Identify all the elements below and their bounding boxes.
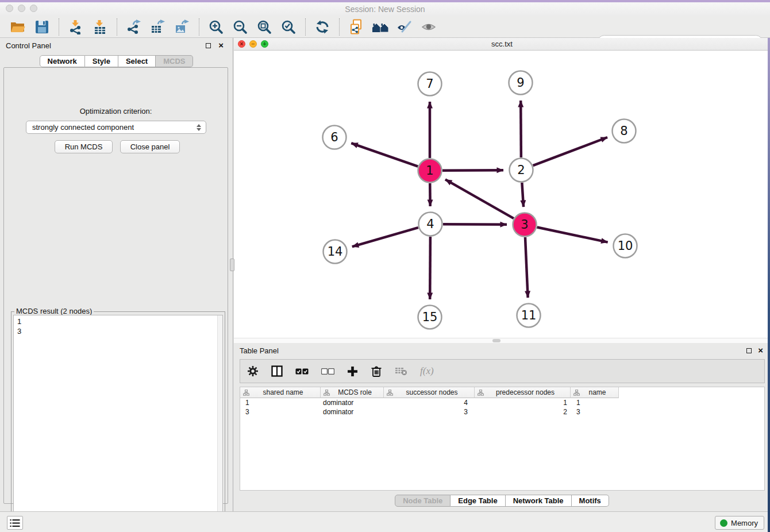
import-table-icon[interactable] <box>91 19 109 35</box>
main-titlebar: Session: New Session <box>0 2 770 16</box>
graph-edge-3-11[interactable] <box>525 237 528 298</box>
graph-edge-2-9[interactable] <box>521 101 521 157</box>
float-panel-icon[interactable] <box>206 43 211 48</box>
zoom-in-icon[interactable] <box>207 19 225 35</box>
table-tab-edge-table[interactable]: Edge Table <box>451 495 505 507</box>
table-cell[interactable]: 1 <box>240 398 321 407</box>
mcds-result-list[interactable]: 13 <box>13 315 223 529</box>
network-hscroll-thumb[interactable] <box>492 339 500 342</box>
table-row[interactable]: 3dominator323 <box>240 407 764 417</box>
attribute-settings-icon[interactable] <box>247 365 259 377</box>
close-panel-icon[interactable]: × <box>218 40 224 51</box>
tab-select[interactable]: Select <box>118 55 156 67</box>
graph-edge-4-3[interactable] <box>443 224 507 225</box>
graph-edge-3-10[interactable] <box>537 228 608 242</box>
toolbar-separator <box>339 18 340 36</box>
table-panel: Table Panel × <box>234 343 770 511</box>
column-header-predecessor-nodes[interactable]: predecessor nodes <box>475 387 571 398</box>
graph-node-label-4: 4 <box>426 217 434 231</box>
float-table-panel-icon[interactable] <box>746 348 752 353</box>
graph-edge-2-3[interactable] <box>522 183 523 207</box>
graph-node-label-7: 7 <box>426 77 433 91</box>
export-network-icon[interactable] <box>125 19 143 35</box>
task-history-button[interactable] <box>7 516 23 530</box>
open-session-icon[interactable] <box>9 19 26 35</box>
first-neighbors-icon[interactable] <box>372 19 389 35</box>
import-network-icon[interactable] <box>67 19 84 35</box>
export-image-icon[interactable] <box>174 19 191 35</box>
graph-node-label-1: 1 <box>426 164 433 178</box>
table-cell[interactable]: dominator <box>321 407 384 417</box>
toolbar-separator <box>199 18 199 36</box>
network-hscrollbar[interactable] <box>234 338 770 343</box>
graph-node-label-15: 15 <box>422 310 438 324</box>
table-tab-node-table[interactable]: Node Table <box>395 495 451 507</box>
graph-edge-4-14[interactable] <box>352 228 418 246</box>
new-network-from-selection-icon[interactable] <box>348 19 365 35</box>
close-table-panel-icon[interactable]: × <box>758 345 763 356</box>
table-panel-title: Table Panel <box>240 346 279 355</box>
run-mcds-button[interactable]: Run MCDS <box>55 140 113 153</box>
table-tab-motifs[interactable]: Motifs <box>572 495 609 507</box>
close-panel-button[interactable]: Close panel <box>120 140 180 153</box>
column-type-icon <box>243 390 249 396</box>
tab-network[interactable]: Network <box>40 55 85 67</box>
node-table-rows: 1dominator4113dominator323 <box>240 398 764 417</box>
table-cell[interactable]: 3 <box>384 407 475 417</box>
network-window-titlebar[interactable]: × − + scc.txt <box>234 38 770 51</box>
column-type-icon <box>573 390 580 396</box>
table-cell[interactable]: 4 <box>384 398 475 407</box>
delete-table-icon[interactable] <box>395 367 407 376</box>
table-cell[interactable]: dominator <box>321 398 384 407</box>
save-session-icon[interactable] <box>33 19 51 35</box>
node-table[interactable]: shared nameMCDS rolesuccessor nodesprede… <box>240 387 765 491</box>
table-row[interactable]: 1dominator411 <box>240 398 764 407</box>
criterion-value: strongly connected component <box>32 123 134 132</box>
column-header-MCDS-role[interactable]: MCDS role <box>321 387 384 398</box>
export-table-icon[interactable] <box>149 19 167 35</box>
memory-button[interactable]: Memory <box>715 516 764 530</box>
deselect-all-columns-icon[interactable] <box>321 368 334 375</box>
network-canvas[interactable]: 7968124314101511 <box>234 51 770 338</box>
table-cell[interactable]: 3 <box>240 407 321 417</box>
toolbar-separator <box>59 18 59 36</box>
table-tab-network-table[interactable]: Network Table <box>506 495 572 507</box>
zoom-out-icon[interactable] <box>232 19 249 35</box>
delete-row-icon[interactable] <box>371 365 382 377</box>
select-all-columns-icon[interactable] <box>295 368 309 375</box>
table-cell[interactable]: 1 <box>475 398 571 407</box>
criterion-dropdown[interactable]: strongly connected component <box>26 121 206 134</box>
graph-edge-4-15[interactable] <box>430 237 430 299</box>
column-header-shared-name[interactable]: shared name <box>240 387 321 398</box>
graph-node-label-10: 10 <box>618 239 633 253</box>
graph-edge-1-2[interactable] <box>442 170 503 171</box>
table-cell[interactable]: 3 <box>571 407 619 417</box>
graph-edge-1-6[interactable] <box>351 143 418 167</box>
graph-edge-2-8[interactable] <box>533 137 607 165</box>
function-builder-icon[interactable]: f(x) <box>420 365 434 377</box>
control-panel-header: Control Panel × <box>0 38 233 54</box>
mcds-result-group: MCDS result (2 nodes) 13 <box>11 311 225 532</box>
column-layout-icon[interactable] <box>271 365 283 377</box>
add-row-icon[interactable] <box>347 366 358 377</box>
table-cell[interactable]: 2 <box>475 407 571 417</box>
graph-node-label-2: 2 <box>517 163 525 177</box>
column-type-icon <box>324 390 330 396</box>
refresh-layout-icon[interactable] <box>314 19 331 35</box>
zoom-fit-icon[interactable] <box>256 19 273 35</box>
application-window: Session: New Session <box>0 0 770 532</box>
zoom-selected-icon[interactable] <box>280 19 297 35</box>
column-header-successor-nodes[interactable]: successor nodes <box>384 387 475 398</box>
result-scrollbar[interactable] <box>217 315 222 529</box>
hide-selected-icon[interactable] <box>396 19 413 35</box>
tab-mcds[interactable]: MCDS <box>156 55 193 67</box>
mcds-result-title: MCDS result (2 nodes) <box>14 307 94 315</box>
tab-style[interactable]: Style <box>85 55 118 67</box>
column-header-name[interactable]: name <box>571 387 619 398</box>
splitter-grip[interactable] <box>230 259 234 271</box>
show-all-icon[interactable] <box>420 19 437 35</box>
graph-edge-3-1[interactable] <box>445 179 514 218</box>
control-panel-tabs: NetworkStyleSelectMCDS <box>0 55 233 67</box>
table-cell[interactable]: 1 <box>571 398 619 407</box>
mcds-panel: Optimization criterion: strongly connect… <box>3 67 228 504</box>
